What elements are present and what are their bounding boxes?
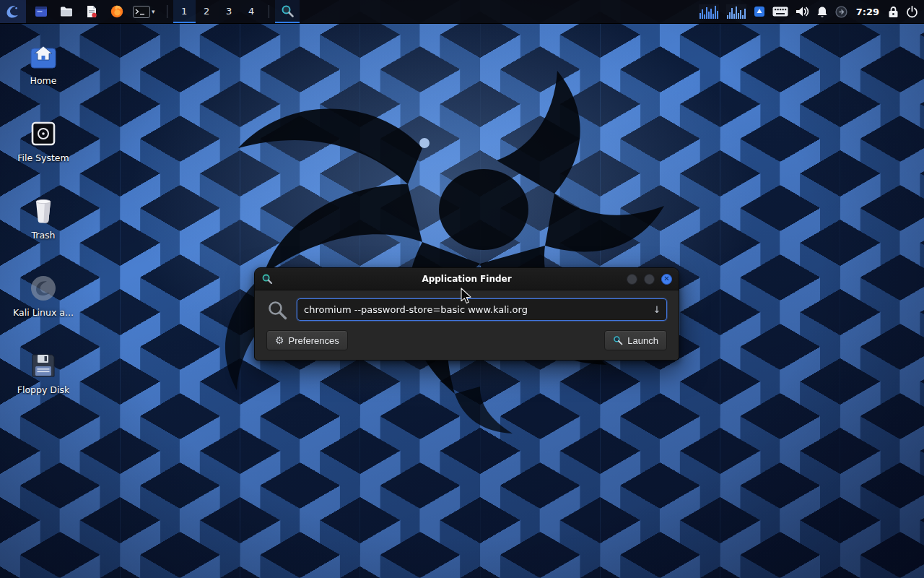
maximize-button[interactable] bbox=[644, 274, 655, 285]
home-icon bbox=[28, 40, 58, 72]
workspace-4-label: 4 bbox=[248, 6, 254, 17]
cpu-graph[interactable] bbox=[699, 0, 719, 23]
workspace-4[interactable]: 4 bbox=[240, 0, 263, 23]
application-finder-window: Application Finder ✕ ↓ ⚙ Preferences bbox=[254, 267, 679, 361]
desktop-icon-label: Trash bbox=[31, 230, 55, 241]
notifications[interactable] bbox=[816, 0, 828, 23]
network-graph[interactable] bbox=[726, 0, 746, 23]
preferences-button-label: Preferences bbox=[289, 335, 339, 346]
window-title: Application Finder bbox=[255, 274, 679, 284]
desktop-icon-label: Kali Linux a... bbox=[13, 307, 74, 318]
search-icon bbox=[266, 299, 288, 321]
volume-control[interactable] bbox=[796, 0, 809, 23]
terminal-dropdown-caret-icon[interactable]: ▾ bbox=[152, 9, 155, 15]
keyboard-indicator[interactable] bbox=[772, 0, 788, 23]
file-system-icon bbox=[29, 118, 58, 150]
volume-icon bbox=[796, 6, 809, 17]
kali-menu-icon bbox=[4, 3, 22, 20]
launch-icon bbox=[613, 335, 623, 345]
history-dropdown-button[interactable]: ↓ bbox=[648, 300, 666, 319]
desktop-icon-file-system[interactable]: File System bbox=[7, 118, 79, 163]
window-app-icon bbox=[34, 4, 48, 19]
cpu-graph-icon bbox=[699, 4, 719, 19]
firefox-icon bbox=[110, 4, 124, 19]
text-editor-icon bbox=[84, 4, 99, 19]
workspace-1[interactable]: 1 bbox=[173, 0, 196, 23]
desktop-icon-label: File System bbox=[17, 152, 69, 163]
desktop-icon-home[interactable]: Home bbox=[7, 40, 79, 86]
gear-icon: ⚙ bbox=[275, 335, 284, 345]
taskbar-application-finder[interactable] bbox=[275, 0, 300, 23]
workspace-2[interactable]: 2 bbox=[196, 0, 218, 23]
launcher-file-manager[interactable] bbox=[57, 2, 76, 21]
search-input[interactable] bbox=[297, 298, 667, 321]
launch-button-label: Launch bbox=[627, 335, 658, 346]
tray-indicator-icon bbox=[754, 6, 765, 17]
desktop-icon-floppy-disk[interactable]: Floppy Disk bbox=[7, 350, 79, 395]
launcher-text-editor[interactable] bbox=[82, 2, 101, 21]
keyboard-icon bbox=[772, 7, 788, 17]
file-manager-icon bbox=[59, 4, 74, 19]
launcher-firefox[interactable] bbox=[108, 2, 126, 21]
panel-separator bbox=[269, 5, 269, 18]
kali-linux-icon bbox=[29, 272, 58, 304]
workspace-2-label: 2 bbox=[204, 6, 209, 17]
workspace-3[interactable]: 3 bbox=[218, 0, 240, 23]
bell-icon bbox=[816, 6, 828, 18]
network-graph-icon bbox=[726, 4, 746, 19]
tray-indicator[interactable] bbox=[754, 0, 765, 23]
power-icon bbox=[906, 6, 918, 18]
workspace-switcher: 1 2 3 4 bbox=[173, 0, 263, 23]
window-app-finder-icon bbox=[261, 273, 273, 285]
desktop-icon-label: Floppy Disk bbox=[17, 384, 69, 395]
desktop-icon-label: Home bbox=[30, 75, 57, 86]
minimize-button[interactable] bbox=[627, 274, 637, 285]
floppy-disk-icon bbox=[29, 350, 58, 381]
workspace-1-label: 1 bbox=[181, 6, 187, 17]
panel-separator bbox=[167, 5, 167, 18]
application-finder-task-icon bbox=[280, 4, 295, 18]
launcher-window-app[interactable] bbox=[32, 2, 51, 21]
screen-lock[interactable] bbox=[888, 0, 899, 23]
trash-icon bbox=[29, 195, 58, 227]
launch-button[interactable]: Launch bbox=[604, 330, 667, 350]
session-logout[interactable] bbox=[906, 0, 918, 23]
terminal-icon bbox=[133, 6, 150, 18]
desktop-icon-trash[interactable]: Trash bbox=[7, 195, 79, 241]
titlebar[interactable]: Application Finder ✕ bbox=[255, 268, 679, 290]
applications-menu-button[interactable] bbox=[0, 0, 26, 23]
preferences-button[interactable]: ⚙ Preferences bbox=[266, 330, 348, 350]
status-circle-icon bbox=[835, 6, 847, 18]
lock-icon bbox=[888, 6, 899, 18]
workspace-3-label: 3 bbox=[226, 6, 232, 17]
launcher-terminal-group[interactable]: ▾ bbox=[133, 6, 155, 18]
top-panel: ▾ 1 2 3 4 bbox=[0, 0, 924, 24]
clock[interactable]: 7:29 bbox=[855, 0, 881, 23]
status-indicator[interactable] bbox=[835, 0, 847, 23]
close-icon: ✕ bbox=[663, 275, 669, 282]
desktop-icon-kali-linux[interactable]: Kali Linux a... bbox=[7, 272, 79, 318]
chevron-down-icon: ↓ bbox=[653, 304, 661, 315]
close-button[interactable]: ✕ bbox=[661, 274, 672, 285]
